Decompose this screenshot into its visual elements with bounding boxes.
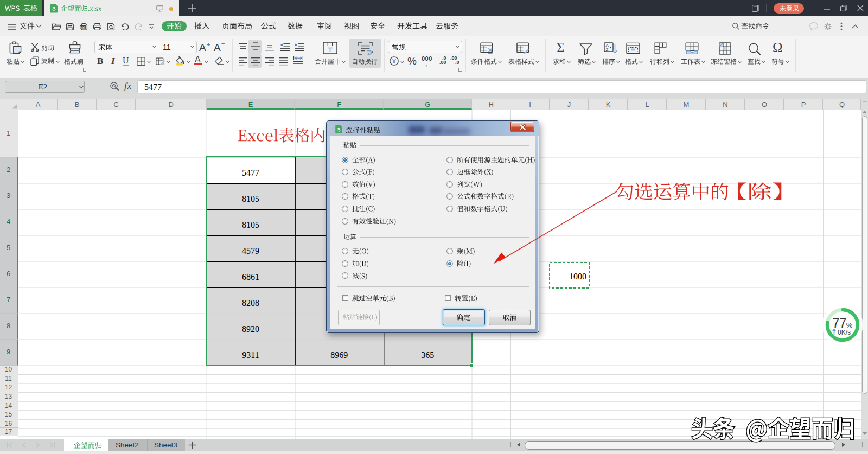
svg-text:PDF: PDF	[81, 25, 86, 29]
svg-text:Z: Z	[605, 47, 608, 52]
